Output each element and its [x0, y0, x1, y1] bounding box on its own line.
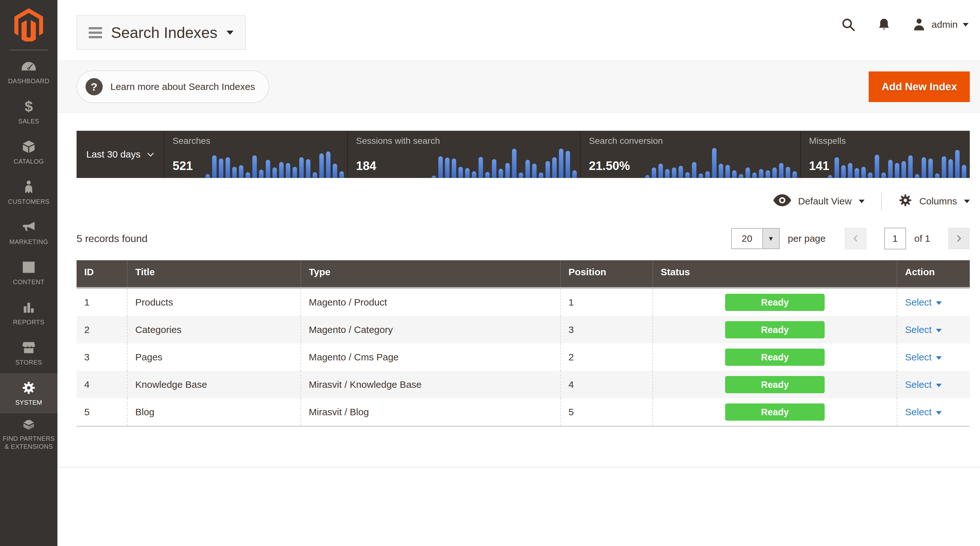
next-page-button[interactable]: ›	[948, 228, 970, 249]
sidebar-item-catalog[interactable]: CATALOG	[0, 132, 57, 172]
customers-person-icon	[21, 179, 37, 195]
spark-bar	[519, 173, 523, 178]
sidebar-item-label: SYSTEM	[15, 398, 42, 406]
spark-bar	[928, 159, 933, 178]
spark-bar	[868, 173, 872, 178]
per-page-caret-icon: ▼	[762, 229, 779, 248]
spark-bar	[955, 150, 959, 178]
page-header: Search Indexes admin	[57, 0, 980, 60]
sparkline-searches	[205, 140, 344, 178]
status-badge: Ready	[725, 294, 825, 311]
dashboard-gauge-icon	[21, 59, 37, 74]
spark-bar	[479, 157, 483, 178]
main-content: Search Indexes admin ? Learn more about …	[57, 0, 980, 541]
header-title[interactable]: Title	[127, 260, 301, 287]
cell-type: Magento / Product	[301, 289, 560, 316]
spark-bar	[848, 163, 853, 178]
per-page-select[interactable]: 20 ▼	[731, 228, 780, 249]
sidebar-item-customers[interactable]: CUSTOMERS	[0, 172, 57, 213]
global-search-icon[interactable]	[840, 17, 856, 33]
notifications-bell-icon[interactable]	[876, 17, 892, 33]
page-title: Search Indexes	[111, 24, 218, 41]
spark-bar	[739, 174, 743, 178]
spark-bar	[698, 173, 703, 178]
columns-selector[interactable]: Columns	[898, 193, 970, 210]
magento-logo-icon[interactable]	[14, 8, 43, 42]
learn-more-link[interactable]: ? Learn more about Search Indexes	[76, 70, 269, 103]
sidebar-item-system[interactable]: SYSTEM	[0, 373, 57, 413]
spark-bar	[492, 159, 496, 178]
indexes-table: ID Title Type Position Status Action 1 P…	[76, 260, 970, 427]
spark-bar	[232, 167, 237, 178]
sidebar-item-label: CATALOG	[14, 157, 44, 165]
cell-type: Mirasvit / Blog	[301, 398, 560, 426]
date-range-dropdown[interactable]: Last 30 days	[76, 131, 164, 178]
spark-bar	[499, 169, 503, 178]
prev-page-button[interactable]: ‹	[845, 228, 866, 249]
sidebar-item-reports[interactable]: REPORTS	[0, 293, 57, 333]
spark-bar	[915, 174, 920, 178]
row-action-select[interactable]: Select	[905, 324, 942, 335]
spark-bar	[246, 172, 250, 178]
header-id[interactable]: ID	[76, 260, 127, 287]
sidebar-item-label: REPORTS	[13, 318, 45, 326]
status-badge: Ready	[725, 376, 825, 393]
header-type[interactable]: Type	[301, 260, 560, 287]
sidebar-item-marketing[interactable]: MARKETING	[0, 213, 57, 252]
spark-bar	[293, 167, 297, 178]
row-action-select[interactable]: Select	[905, 352, 942, 363]
spark-bar	[339, 171, 344, 178]
sidebar-item-find-partners[interactable]: FIND PARTNERS & EXTENSIONS	[0, 413, 57, 454]
sidebar-divider	[9, 50, 48, 51]
spark-bar	[299, 157, 304, 178]
header-action[interactable]: Action	[897, 260, 970, 287]
header-actions: admin	[840, 17, 969, 33]
row-action-select[interactable]: Select	[905, 406, 942, 417]
stores-shop-icon	[21, 340, 37, 355]
spark-bar	[306, 159, 310, 178]
page-title-menu[interactable]: Search Indexes	[76, 15, 246, 50]
sidebar-item-content[interactable]: CONTENT	[0, 252, 57, 293]
spark-bar	[572, 170, 577, 178]
spark-bar	[552, 157, 557, 178]
date-range-label: Last 30 days	[86, 149, 140, 160]
sidebar-item-sales[interactable]: $ SALES	[0, 92, 57, 132]
row-action-select[interactable]: Select	[905, 297, 942, 308]
spark-bar	[512, 149, 517, 178]
spark-bar	[719, 163, 723, 178]
sidebar-item-dashboard[interactable]: DASHBOARD	[0, 52, 57, 92]
spark-bar	[759, 169, 764, 178]
view-selector[interactable]: Default View	[773, 194, 864, 209]
spark-bar	[665, 169, 670, 178]
cell-type: Mirasvit / Knowledge Base	[301, 371, 560, 398]
header-status[interactable]: Status	[652, 260, 897, 287]
sales-dollar-icon: $	[21, 99, 37, 114]
per-page-value: 20	[732, 229, 762, 248]
spark-bar	[559, 149, 563, 178]
spark-bar	[333, 163, 337, 178]
row-action-select[interactable]: Select	[905, 379, 942, 390]
stat-value: 21.50%	[589, 159, 630, 173]
admin-user-menu[interactable]: admin	[912, 17, 969, 32]
spark-bar	[786, 167, 790, 178]
cell-position: 2	[560, 343, 652, 371]
admin-sidebar: DASHBOARD $ SALES CATALOG CUSTOMERS MARK…	[0, 0, 57, 546]
cell-title: Categories	[127, 316, 301, 343]
spark-bar	[895, 163, 899, 178]
sidebar-item-stores[interactable]: STORES	[0, 333, 57, 373]
spark-bar	[313, 172, 317, 178]
question-icon: ?	[86, 78, 103, 95]
spark-bar	[458, 167, 463, 178]
spark-bar	[861, 167, 866, 178]
catalog-box-icon	[21, 139, 37, 154]
cell-id: 1	[76, 289, 127, 316]
spark-bar	[746, 167, 750, 178]
add-new-index-button[interactable]: Add New Index	[869, 71, 970, 102]
spark-bar	[705, 171, 710, 178]
header-position[interactable]: Position	[560, 260, 652, 287]
spark-bar	[672, 167, 676, 178]
page-input[interactable]	[884, 228, 906, 249]
stat-sessions: Sessions with search 184	[348, 131, 581, 178]
cell-id: 4	[76, 371, 127, 398]
eye-icon	[773, 194, 791, 209]
